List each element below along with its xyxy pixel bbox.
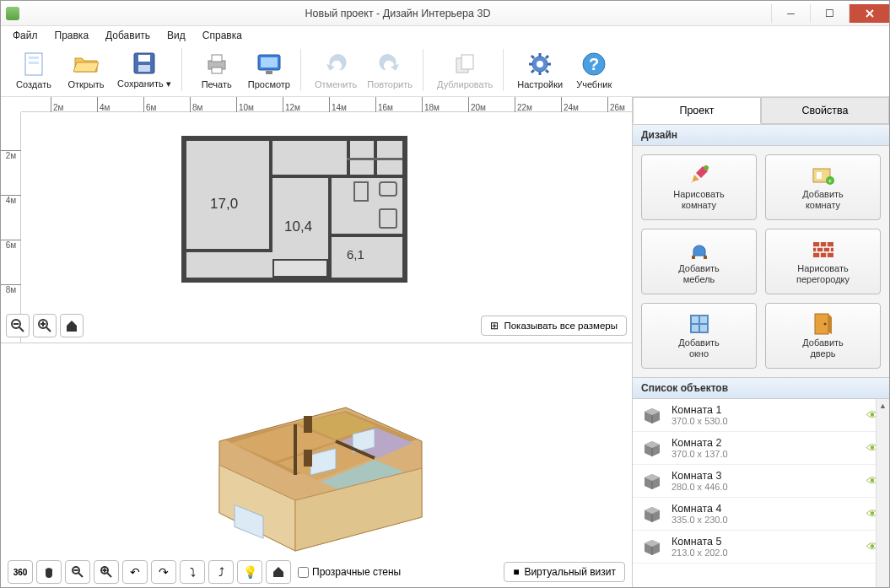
scrollbar[interactable]: ▲ — [876, 399, 889, 588]
list-item[interactable]: Комната 3280.0 x 446.0 👁 — [633, 465, 889, 498]
undo-button[interactable]: Отменить — [311, 49, 360, 91]
svg-point-15 — [537, 61, 543, 67]
list-item[interactable]: Комната 1370.0 x 530.0 👁 — [633, 399, 889, 432]
redo-button[interactable]: Повторить — [364, 49, 416, 91]
box-icon — [641, 537, 663, 556]
add-room-button[interactable]: + Добавитькомнату — [765, 154, 881, 220]
light-button[interactable]: 💡 — [237, 560, 262, 584]
show-all-dims-button[interactable]: ⊞ Показывать все размеры — [481, 316, 627, 336]
svg-rect-4 — [138, 55, 150, 62]
menu-add[interactable]: Добавить — [99, 28, 157, 43]
menu-edit[interactable]: Правка — [48, 28, 96, 43]
view-3d[interactable]: 360 ↶ ↷ ⤵ ⤴ 💡 Прозрачные стены ■ Виртуал… — [1, 343, 632, 588]
menu-help[interactable]: Справка — [196, 28, 249, 43]
pan-hand-button[interactable] — [36, 560, 62, 584]
create-button[interactable]: Создать — [9, 48, 58, 91]
copy-icon — [451, 51, 478, 78]
main-area: 2м 4м 6м 8м 10м 12м 14м 16м 18м 20м 22м … — [1, 97, 889, 588]
transparent-walls-checkbox[interactable]: Прозрачные стены — [298, 566, 401, 578]
left-pane: 2м 4м 6м 8м 10м 12м 14м 16м 18м 20м 22м … — [1, 97, 633, 588]
window-title: Новый проект - Дизайн Интерьера 3D — [24, 8, 771, 19]
list-item[interactable]: Комната 5213.0 x 202.0 👁 — [633, 531, 889, 564]
rotate-right-button[interactable]: ↷ — [151, 560, 176, 584]
zoom-in-2d[interactable] — [33, 314, 57, 337]
svg-rect-47 — [304, 416, 312, 433]
svg-rect-58 — [817, 172, 822, 179]
folder-icon — [73, 51, 100, 78]
zoom-out-3d[interactable] — [65, 560, 90, 584]
orbit-down-button[interactable]: ⤵ — [180, 560, 205, 584]
svg-rect-11 — [266, 71, 272, 74]
add-door-button[interactable]: Добавитьдверь — [765, 303, 881, 369]
svg-line-30 — [46, 327, 51, 332]
svg-rect-10 — [261, 57, 278, 67]
draw-room-button[interactable]: Нарисоватькомнату — [641, 154, 757, 220]
dims-icon: ⊞ — [490, 320, 499, 332]
home-2d[interactable] — [60, 314, 84, 337]
tab-properties[interactable]: Свойства — [761, 97, 889, 124]
orbit-up-button[interactable]: ⤴ — [208, 560, 234, 584]
svg-text:+: + — [828, 177, 832, 186]
virtual-visit-button[interactable]: ■ Виртуальный визит — [504, 562, 625, 582]
window-icon — [688, 312, 711, 336]
app-icon — [6, 7, 19, 20]
printer-icon — [203, 51, 230, 78]
svg-rect-61 — [692, 256, 695, 259]
print-button[interactable]: Печать — [192, 49, 241, 91]
svg-line-27 — [19, 327, 24, 332]
pencil-icon — [688, 164, 711, 187]
door-icon — [812, 312, 835, 336]
svg-line-22 — [546, 56, 548, 58]
add-window-button[interactable]: Добавитьокно — [641, 303, 757, 369]
settings-button[interactable]: Настройки — [514, 49, 566, 91]
floorplan[interactable]: 17,0 10,4 6,1 — [181, 136, 407, 283]
zoom-in-3d[interactable] — [94, 560, 119, 584]
maximize-button[interactable]: ☐ — [810, 4, 849, 23]
draw-partition-button[interactable]: Нарисоватьперегородку — [765, 229, 881, 294]
object-list[interactable]: Комната 1370.0 x 530.0 👁 Комната 2370.0 … — [633, 399, 889, 588]
box-icon — [641, 406, 663, 424]
svg-rect-48 — [304, 450, 312, 467]
ruler-horizontal: 2м 4м 6м 8м 10м 12м 14м 16м 18м 20м 22м … — [21, 97, 632, 112]
duplicate-button[interactable]: Дублировать — [434, 49, 496, 91]
titlebar: Новый проект - Дизайн Интерьера 3D ─ ☐ — [1, 1, 889, 26]
chair-icon — [688, 238, 711, 262]
box-icon — [641, 472, 663, 490]
gear-icon — [526, 51, 553, 78]
minimize-button[interactable]: ─ — [771, 4, 810, 23]
svg-text:?: ? — [589, 55, 599, 73]
add-furniture-button[interactable]: Добавитьмебель — [641, 229, 757, 294]
preview-button[interactable]: Просмотр — [245, 49, 294, 91]
save-button[interactable]: Сохранить ▾ — [114, 48, 175, 91]
svg-line-23 — [531, 70, 534, 73]
svg-rect-76 — [815, 314, 828, 334]
right-tabs: Проект Свойства — [633, 97, 889, 124]
home-3d-button[interactable] — [266, 560, 291, 584]
svg-rect-5 — [138, 65, 150, 72]
tab-project[interactable]: Проект — [633, 97, 761, 124]
menu-file[interactable]: Файл — [6, 28, 45, 43]
toolbar: Создать Открыть Сохранить ▾ Печать Просм… — [1, 45, 889, 97]
section-objects-header: Список объектов — [633, 377, 889, 399]
menu-view[interactable]: Вид — [160, 28, 192, 43]
svg-rect-13 — [461, 55, 473, 69]
zoom-out-2d[interactable] — [6, 314, 30, 337]
close-button[interactable] — [849, 4, 889, 23]
svg-line-50 — [78, 573, 83, 577]
rotate-left-button[interactable]: ↶ — [122, 560, 148, 584]
ruler-vertical: 2м 4м 6м 8м — [1, 112, 21, 343]
file-icon — [20, 51, 47, 78]
view3d-toolbar: 360 ↶ ↷ ⤵ ⤴ 💡 Прозрачные стены ■ Виртуал… — [8, 560, 625, 584]
open-button[interactable]: Открыть — [62, 48, 111, 91]
room-icon: + — [812, 164, 835, 187]
view-360-button[interactable]: 360 — [8, 560, 33, 584]
box-icon — [641, 504, 663, 523]
svg-line-21 — [546, 70, 548, 73]
list-item[interactable]: Комната 4335.0 x 230.0 👁 — [633, 498, 889, 531]
plan-2d-view[interactable]: 2м 4м 6м 8м 10м 12м 14м 16м 18м 20м 22м … — [1, 97, 632, 343]
svg-line-20 — [531, 56, 534, 58]
menubar: Файл Правка Добавить Вид Справка — [1, 26, 889, 45]
help-button[interactable]: ? Учебник — [569, 49, 618, 91]
list-item[interactable]: Комната 2370.0 x 137.0 👁 — [633, 432, 889, 465]
room-label-3: 6,1 — [347, 247, 364, 262]
